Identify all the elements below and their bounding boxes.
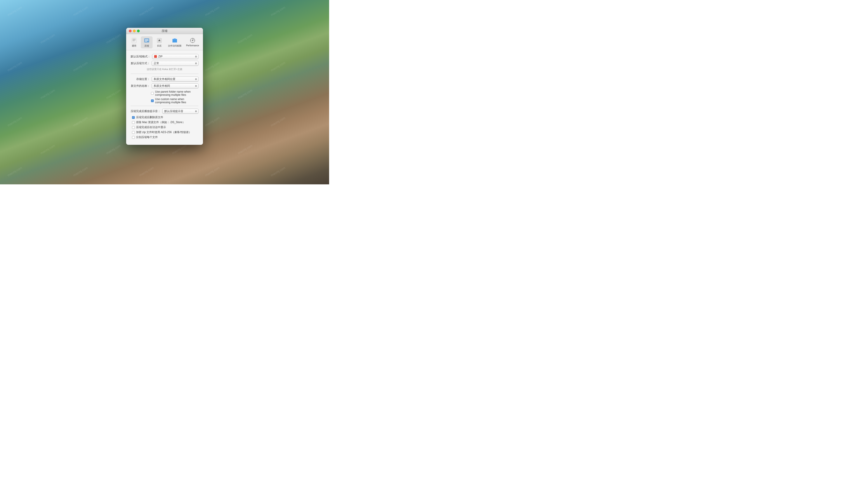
- toolbar-item-general[interactable]: 通用: [128, 36, 140, 48]
- custom-name-label: Use custom name when compressing multipl…: [155, 98, 198, 104]
- default-format-select[interactable]: ZIP: [152, 54, 198, 59]
- custom-name-checkbox[interactable]: [151, 99, 154, 102]
- window-title: 压缩: [162, 29, 167, 33]
- storage-location-row: 存储位置： 和原文件相同位置: [131, 76, 198, 82]
- show-in-finder-checkbox[interactable]: [132, 126, 135, 129]
- storage-location-select[interactable]: 和原文件相同位置: [152, 76, 198, 82]
- default-method-select[interactable]: 正常: [152, 61, 198, 66]
- default-format-value: ZIP: [158, 55, 162, 58]
- separator-2: [131, 106, 198, 106]
- compress-each-row: 分别压缩每个文件: [131, 135, 198, 139]
- aes-256-checkbox[interactable]: [132, 131, 135, 134]
- hint-text: 这些设置只在 Keka 未打开>主效: [131, 68, 198, 71]
- new-filename-row: 新文件的名称： 和原文件相同: [131, 84, 198, 88]
- file-access-icon: [172, 37, 178, 43]
- file-access-label: 文件访问权限: [168, 44, 182, 47]
- parent-folder-label: Use parent folder name when compressing …: [155, 90, 198, 96]
- svg-rect-10: [173, 39, 177, 42]
- delete-after-checkbox[interactable]: [132, 116, 135, 119]
- titlebar: 压缩: [126, 28, 203, 34]
- storage-location-value: 和原文件相同位置: [154, 77, 176, 81]
- delete-after-row: 压缩完成后删除原文件: [131, 116, 198, 119]
- sound-label: 压缩完成后播放提示音：: [131, 109, 160, 113]
- performance-label: Performance: [186, 44, 199, 47]
- svg-rect-1: [132, 39, 135, 39]
- minimize-button[interactable]: [133, 30, 135, 32]
- desktop: macmj.com macmj.com macmj.com macmj.com …: [0, 0, 329, 184]
- new-filename-select[interactable]: 和原文件相同: [152, 84, 198, 88]
- compress-icon: [144, 37, 150, 43]
- exclude-ds-store-checkbox[interactable]: [132, 121, 135, 124]
- storage-location-label: 存储位置：: [131, 77, 150, 81]
- svg-rect-0: [132, 38, 136, 43]
- compress-each-label: 分别压缩每个文件: [136, 135, 158, 139]
- preferences-window: 压缩 通用: [126, 28, 203, 145]
- svg-rect-7: [145, 41, 147, 41]
- performance-icon: [189, 37, 196, 43]
- compress-label: 压缩: [145, 44, 149, 47]
- general-icon: [131, 37, 137, 43]
- parent-folder-checkbox[interactable]: [151, 92, 154, 95]
- parent-folder-row: Use parent folder name when compressing …: [131, 90, 198, 96]
- toolbar-item-extract[interactable]: 归压: [153, 36, 165, 48]
- custom-name-row: Use custom name when compressing multipl…: [131, 98, 198, 104]
- default-method-label: 默认压缩方式：: [131, 61, 150, 65]
- close-button[interactable]: [129, 30, 131, 32]
- compress-each-checkbox[interactable]: [132, 136, 135, 139]
- toolbar-item-file-access[interactable]: 文件访问权限: [166, 36, 183, 48]
- default-format-row: 默认压/缩格式： ZIP: [131, 54, 198, 59]
- toolbar: 通用 压缩: [126, 34, 203, 51]
- sound-value: 默认压缩提示音: [164, 109, 183, 113]
- default-format-label: 默认压/缩格式：: [131, 55, 150, 59]
- extract-icon: [156, 37, 162, 43]
- svg-point-12: [192, 40, 193, 41]
- aes-256-label: 加密 zip 文件时使用 AES-256（兼客/性较差）: [136, 130, 191, 134]
- new-filename-value: 和原文件相同: [154, 84, 170, 88]
- general-label: 通用: [132, 44, 136, 47]
- svg-rect-2: [132, 40, 135, 40]
- delete-after-label: 压缩完成后删除原文件: [136, 116, 163, 119]
- exclude-ds-store-label: 排除 Mac 资源文件（例如：.DS_Store）: [136, 121, 185, 124]
- sound-select[interactable]: 默认压缩提示音: [162, 109, 198, 113]
- exclude-ds-store-row: 排除 Mac 资源文件（例如：.DS_Store）: [131, 121, 198, 124]
- svg-rect-5: [145, 39, 149, 40]
- content-area: 默认压/缩格式： ZIP 默认压缩方式： 正常: [126, 51, 203, 145]
- svg-rect-6: [145, 40, 149, 41]
- traffic-lights: [129, 30, 140, 32]
- default-method-value: 正常: [154, 61, 159, 65]
- extract-label: 归压: [157, 44, 162, 47]
- toolbar-item-performance[interactable]: Performance: [184, 36, 201, 48]
- show-in-finder-row: 压缩完成后在访达中显示: [131, 125, 198, 129]
- maximize-button[interactable]: [137, 30, 140, 32]
- aes-256-row: 加密 zip 文件时使用 AES-256（兼客/性较差）: [131, 130, 198, 134]
- toolbar-item-compress[interactable]: 压缩: [141, 36, 153, 48]
- default-method-row: 默认压缩方式： 正常: [131, 61, 198, 66]
- new-filename-label: 新文件的名称：: [131, 84, 150, 88]
- svg-rect-3: [132, 41, 135, 41]
- show-in-finder-label: 压缩完成后在访达中显示: [136, 125, 166, 129]
- sound-row: 压缩完成后播放提示音： 默认压缩提示音: [131, 109, 198, 113]
